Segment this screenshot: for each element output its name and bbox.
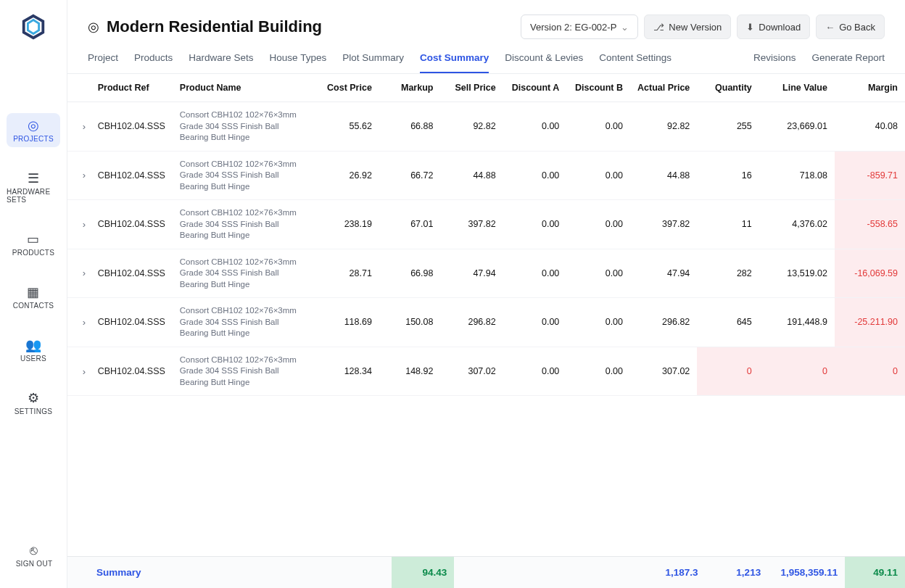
button-label: Download — [759, 22, 801, 33]
sidebar-item-hardware-sets[interactable]: ☰ HARDWARE SETS — [7, 166, 60, 208]
cell-cost-price: 118.69 — [316, 298, 379, 347]
cell-markup: 66.88 — [379, 102, 441, 152]
column-header[interactable]: Actual Price — [630, 74, 697, 102]
column-header[interactable]: Discount B — [566, 74, 630, 102]
cell-markup: 150.08 — [379, 298, 441, 347]
cell-sell-price: 296.82 — [440, 298, 503, 347]
column-header[interactable]: Product Name — [173, 74, 316, 102]
cell-product-ref: CBH102.04.SSS — [91, 298, 173, 347]
table-row: ›CBH102.04.SSSConsort CBH102 102×76×3mm … — [67, 151, 905, 200]
table-row: ›CBH102.04.SSSConsort CBH102 102×76×3mm … — [67, 102, 905, 152]
table-body: ›CBH102.04.SSSConsort CBH102 102×76×3mm … — [67, 102, 905, 396]
download-button[interactable]: ⬇ Download — [737, 15, 810, 39]
cost-summary-table: Product RefProduct NameCost PriceMarkupS… — [67, 74, 905, 396]
cell-line-value: 718.08 — [759, 151, 835, 200]
cell-margin: 40.08 — [835, 102, 905, 152]
summary-markup: 94.43 — [392, 557, 455, 588]
expand-cell: › — [67, 347, 91, 396]
summary-bar: Summary 94.43 1,187.3 1,213 1,958,359.11… — [67, 556, 905, 588]
expand-cell: › — [67, 151, 91, 200]
column-header[interactable]: Quantity — [697, 74, 759, 102]
cell-product-ref: CBH102.04.SSS — [91, 347, 173, 396]
cell-product-ref: CBH102.04.SSS — [91, 249, 173, 298]
cell-discount-a: 0.00 — [503, 347, 567, 396]
chevron-right-icon[interactable]: › — [83, 366, 86, 377]
tab-discount-levies[interactable]: Discount & Levies — [505, 52, 583, 73]
cell-markup: 66.98 — [379, 249, 441, 298]
folder-icon: ▭ — [27, 233, 39, 246]
cell-quantity: 0 — [697, 347, 759, 396]
column-header[interactable]: Product Ref — [91, 74, 173, 102]
column-header[interactable]: Markup — [379, 74, 441, 102]
cell-discount-a: 0.00 — [503, 298, 567, 347]
cell-markup: 148.92 — [379, 347, 441, 396]
summary-actual: 1,187.3 — [642, 557, 706, 588]
sidebar-item-products[interactable]: ▭ PRODUCTS — [7, 227, 60, 261]
column-header[interactable]: Line Value — [759, 74, 835, 102]
cell-margin: -859.71 — [835, 151, 905, 200]
cell-discount-a: 0.00 — [503, 249, 567, 298]
cell-line-value: 4,376.02 — [759, 200, 835, 249]
sidebar-item-label: CONTACTS — [13, 302, 54, 310]
chevron-right-icon[interactable]: › — [83, 219, 86, 230]
cell-cost-price: 238.19 — [316, 200, 379, 249]
revisions-link[interactable]: Revisions — [753, 52, 796, 73]
tab-cost-summary[interactable]: Cost Summary — [420, 52, 489, 73]
column-header[interactable]: Sell Price — [440, 74, 503, 102]
cell-product-name: Consort CBH102 102×76×3mm Grade 304 SSS … — [173, 102, 316, 152]
signout-icon: ⎋ — [30, 544, 38, 557]
new-version-button[interactable]: ⎇ New Version — [644, 15, 731, 39]
column-header[interactable] — [67, 74, 91, 102]
sidebar: ◎ PROJECTS ☰ HARDWARE SETS ▭ PRODUCTS ▦ … — [0, 0, 67, 588]
tab-house-types[interactable]: House Types — [270, 52, 327, 73]
gear-icon: ⚙ — [28, 392, 39, 405]
summary-discount-a — [517, 557, 580, 588]
tab-plot-summary[interactable]: Plot Summary — [342, 52, 404, 73]
go-back-button[interactable]: ← Go Back — [816, 15, 885, 39]
cell-line-value: 13,519.02 — [759, 249, 835, 298]
chevron-right-icon[interactable]: › — [83, 317, 86, 328]
target-icon: ◎ — [88, 19, 99, 35]
sidebar-item-signout[interactable]: ⎋ SIGN OUT — [7, 538, 61, 572]
chevron-right-icon[interactable]: › — [83, 170, 86, 181]
tab-project[interactable]: Project — [88, 52, 118, 73]
tab-content-settings[interactable]: Content Settings — [599, 52, 671, 73]
cell-line-value: 0 — [759, 347, 835, 396]
cell-product-ref: CBH102.04.SSS — [91, 151, 173, 200]
sidebar-item-users[interactable]: 👥 USERS — [7, 333, 60, 367]
cell-product-name: Consort CBH102 102×76×3mm Grade 304 SSS … — [173, 249, 316, 298]
cell-product-name: Consort CBH102 102×76×3mm Grade 304 SSS … — [173, 347, 316, 396]
sidebar-item-contacts[interactable]: ▦ CONTACTS — [7, 280, 60, 314]
chevron-right-icon[interactable]: › — [83, 121, 86, 132]
cell-quantity: 282 — [697, 249, 759, 298]
cell-quantity: 255 — [697, 102, 759, 152]
chevron-right-icon[interactable]: › — [83, 268, 86, 278]
cell-discount-b: 0.00 — [566, 347, 630, 396]
cell-sell-price: 92.82 — [440, 102, 503, 152]
sidebar-item-settings[interactable]: ⚙ SETTINGS — [7, 386, 60, 420]
cell-actual-price: 397.82 — [630, 200, 697, 249]
cell-cost-price: 55.62 — [316, 102, 379, 152]
cell-margin: -16,069.59 — [835, 249, 905, 298]
table-row: ›CBH102.04.SSSConsort CBH102 102×76×3mm … — [67, 298, 905, 347]
cell-product-name: Consort CBH102 102×76×3mm Grade 304 SSS … — [173, 151, 316, 200]
version-select[interactable]: Version 2: EG-002-P ⌄ — [521, 15, 638, 39]
sidebar-item-label: SETTINGS — [15, 407, 52, 415]
download-icon: ⬇ — [746, 22, 754, 33]
generate-report-link[interactable]: Generate Report — [811, 52, 885, 73]
column-header[interactable]: Margin — [835, 74, 905, 102]
version-select-value: Version 2: EG-002-P — [530, 22, 616, 33]
column-header[interactable]: Cost Price — [316, 74, 379, 102]
cell-sell-price: 397.82 — [440, 200, 503, 249]
sidebar-item-projects[interactable]: ◎ PROJECTS — [7, 113, 60, 147]
tab-hardware-sets[interactable]: Hardware Sets — [189, 52, 253, 73]
button-label: Go Back — [839, 22, 875, 33]
column-header[interactable]: Discount A — [503, 74, 567, 102]
sidebar-nav: ◎ PROJECTS ☰ HARDWARE SETS ▭ PRODUCTS ▦ … — [0, 113, 67, 420]
expand-cell: › — [67, 298, 91, 347]
table-row: ›CBH102.04.SSSConsort CBH102 102×76×3mm … — [67, 347, 905, 396]
cell-markup: 67.01 — [379, 200, 441, 249]
table-header-row: Product RefProduct NameCost PriceMarkupS… — [67, 74, 905, 102]
tab-products[interactable]: Products — [134, 52, 173, 73]
expand-cell: › — [67, 102, 91, 152]
